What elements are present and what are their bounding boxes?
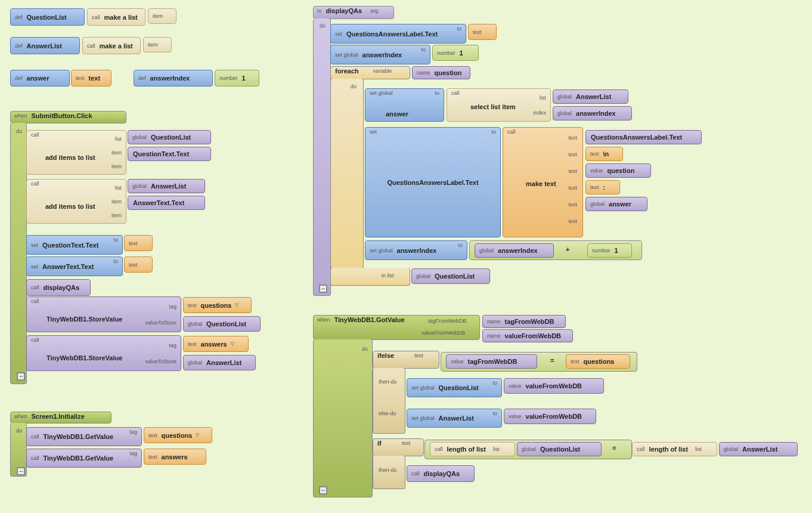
text-questions-2[interactable]: textquestions▽ bbox=[144, 427, 212, 443]
text-answers-1[interactable]: textanswers▽ bbox=[183, 336, 249, 352]
global-answerindex-1[interactable]: globalanswerIndex bbox=[553, 106, 632, 120]
global-questionlist-1[interactable]: globalQuestionList bbox=[128, 130, 211, 144]
length-of-list-2[interactable]: calllength of listlist bbox=[632, 442, 717, 456]
call-displayqas-1[interactable]: calldisplayQAs bbox=[26, 279, 91, 296]
v: displayQAs bbox=[422, 470, 463, 477]
text-questions-1[interactable]: textquestions▽ bbox=[183, 297, 252, 313]
answertext-text-1[interactable]: AnswerText.Text bbox=[128, 196, 205, 210]
set-answertext[interactable]: setAnswerText.Textto bbox=[26, 256, 123, 276]
kw-call: call bbox=[29, 337, 41, 343]
length-of-list-1[interactable]: calllength of listlist bbox=[430, 442, 515, 456]
collapse-box-3[interactable]: − bbox=[319, 285, 327, 293]
add-items-label-1: add items to list bbox=[43, 154, 98, 161]
global-answer-1[interactable]: globalanswer bbox=[585, 197, 647, 211]
set-qalabel-2[interactable]: setQuestionsAnswersLabel.Textto bbox=[365, 127, 501, 237]
def-answerlist[interactable]: defAnswerList bbox=[10, 37, 80, 54]
v: \n bbox=[601, 150, 612, 157]
text-questions-3[interactable]: textquestions bbox=[566, 354, 630, 369]
v: answerIndex bbox=[495, 247, 540, 254]
v: answerIndex bbox=[574, 110, 618, 117]
v: AnswerList bbox=[574, 93, 613, 100]
global-questionlist-4[interactable]: globalQuestionList bbox=[517, 442, 602, 456]
kw-name: name bbox=[415, 70, 432, 76]
text-newline[interactable]: text\n bbox=[585, 147, 623, 161]
add-items-2[interactable]: call list item item bbox=[26, 179, 126, 224]
kw-do: do bbox=[14, 128, 24, 134]
v: valueFromWebDB bbox=[523, 382, 585, 390]
foreach-var[interactable]: namequestion bbox=[412, 66, 470, 79]
kw-global: global bbox=[520, 446, 538, 452]
value-valuefromwebdb-1[interactable]: valuevalueFromWebDB bbox=[504, 378, 604, 394]
kw-call: call bbox=[29, 181, 41, 187]
kw-global: global bbox=[556, 110, 574, 116]
def-questionlist[interactable]: defQuestionList bbox=[10, 8, 85, 26]
kw-setglobal: set global bbox=[368, 248, 395, 254]
kw-item: item bbox=[110, 163, 123, 169]
v: QuestionList bbox=[432, 273, 477, 280]
storevalue-1[interactable]: call tag valueToStore bbox=[26, 296, 181, 332]
call-displayqas-2[interactable]: calldisplayQAs bbox=[407, 465, 475, 482]
text-literal-1[interactable]: texttext bbox=[71, 70, 111, 86]
when-screen1-init-label: whenScreen1.Initialize bbox=[10, 412, 89, 421]
collapse-box-2[interactable]: − bbox=[17, 467, 25, 475]
setglobal-answerlist[interactable]: set globalAnswerListto bbox=[407, 409, 502, 428]
storevalue-2[interactable]: call tag valueToStore bbox=[26, 335, 181, 371]
global-answerlist-3[interactable]: globalAnswerList bbox=[553, 89, 628, 104]
global-questionlist-3[interactable]: globalQuestionList bbox=[411, 268, 490, 284]
getvalue-1[interactable]: callTinyWebDB1.GetValuetag bbox=[26, 427, 142, 446]
global-questionlist-2[interactable]: globalQuestionList bbox=[183, 316, 261, 332]
evt: TinyWebDB1.GotValue bbox=[332, 316, 407, 323]
v: QuestionList bbox=[436, 384, 481, 391]
make-a-list-1[interactable]: callmake a list bbox=[87, 8, 145, 26]
setglobal-answer[interactable]: set globalanswerto bbox=[365, 88, 444, 122]
kw-tag: tag bbox=[167, 342, 178, 348]
add-items-1[interactable]: call list item item bbox=[26, 130, 126, 175]
set-questiontext[interactable]: setQuestionText.Textto bbox=[26, 235, 123, 255]
foreach-label: foreachvariable bbox=[330, 66, 396, 76]
kw-item: item bbox=[110, 150, 123, 156]
arg-valuefromwebdb[interactable]: namevalueFromWebDB bbox=[482, 329, 573, 342]
setglobal-answerindex-1[interactable]: set globalanswerIndexto bbox=[330, 45, 430, 64]
def-answerindex[interactable]: defanswerIndex bbox=[134, 70, 213, 86]
item-socket-1[interactable]: item bbox=[148, 8, 176, 24]
plus-op: + bbox=[563, 246, 572, 253]
kw-global: global bbox=[588, 201, 606, 207]
getvalue-2[interactable]: callTinyWebDB1.GetValuetag bbox=[26, 449, 142, 468]
value-question[interactable]: valuequestion bbox=[585, 163, 651, 178]
collapse-box-4[interactable]: − bbox=[319, 486, 327, 495]
kw-do: do bbox=[318, 23, 327, 29]
text-colon[interactable]: text: bbox=[585, 180, 620, 194]
kw-to: to bbox=[489, 129, 498, 135]
kw-to: to bbox=[315, 8, 324, 14]
kw-setglobal: set global bbox=[333, 52, 360, 58]
collapse-box-1[interactable]: − bbox=[17, 372, 25, 381]
qalabel-ref[interactable]: QuestionsAnswersLabel.Text bbox=[585, 130, 702, 144]
questiontext-text-1[interactable]: QuestionText.Text bbox=[128, 147, 211, 161]
number-1-c[interactable]: number1 bbox=[587, 243, 632, 258]
global-answerindex-2[interactable]: globalanswerIndex bbox=[475, 243, 554, 258]
text-answers-2[interactable]: textanswers bbox=[144, 449, 206, 465]
item-socket-2[interactable]: item bbox=[143, 37, 172, 52]
number-1-a[interactable]: number1 bbox=[215, 70, 259, 86]
text-literal-empty-2[interactable]: text bbox=[124, 256, 153, 273]
number-1-b[interactable]: number1 bbox=[432, 45, 479, 61]
value-valuefromwebdb-2[interactable]: valuevalueFromWebDB bbox=[504, 409, 596, 424]
global-answerlist-4[interactable]: globalAnswerList bbox=[719, 442, 798, 456]
setglobal-answerindex-2[interactable]: set globalanswerIndexto bbox=[365, 240, 467, 260]
setglobal-questionlist[interactable]: set globalQuestionListto bbox=[407, 378, 502, 397]
value-tagfromwebdb[interactable]: valuetagFromWebDB bbox=[446, 354, 537, 369]
global-answerlist-2[interactable]: globalAnswerList bbox=[183, 355, 256, 370]
arg-tagfromwebdb[interactable]: nametagFromWebDB bbox=[482, 315, 566, 328]
text-literal-empty-3[interactable]: text bbox=[468, 24, 497, 40]
text-literal-empty-1[interactable]: text bbox=[124, 235, 153, 251]
set-qalabel-1[interactable]: setQuestionsAnswersLabel.Textto bbox=[330, 24, 466, 44]
v: AnswerList bbox=[148, 183, 188, 190]
global-answerlist-1[interactable]: globalAnswerList bbox=[128, 179, 205, 193]
kw-text: text bbox=[566, 185, 579, 191]
make-a-list-2[interactable]: callmake a list bbox=[82, 37, 141, 54]
v: QuestionList bbox=[148, 134, 193, 141]
def-answer[interactable]: defanswer bbox=[10, 70, 70, 86]
kw-item: item bbox=[110, 212, 123, 218]
kw-call: call bbox=[29, 298, 41, 304]
kw-text: text bbox=[566, 202, 579, 208]
